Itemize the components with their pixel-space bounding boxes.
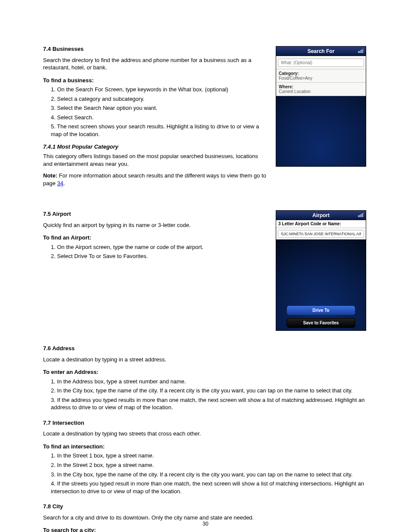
step-text: Select the Search Near option you want. xyxy=(57,105,157,111)
section-intro-airport: Quickly find an airport by typing in its… xyxy=(43,221,267,229)
section-intro-city: Search for a city and drive to its downt… xyxy=(43,514,371,522)
where-value: Current Location xyxy=(279,89,363,94)
steps-title-airport: To find an Airport: xyxy=(43,234,267,242)
what-input[interactable] xyxy=(278,59,364,67)
screenshot-airport: Airport 3 Letter Airport Code or Name: D… xyxy=(276,210,366,331)
airport-input-row xyxy=(276,228,366,240)
section-heading-address: 7.6 Address xyxy=(43,345,371,352)
steps-title-city: To search for a city: xyxy=(43,526,371,532)
step-item: 2. Select Drive To or Save to Favorites. xyxy=(51,252,267,260)
step-text: The next screen shows your search result… xyxy=(51,123,259,137)
step-item: 1. In the Street 1 box, type a street na… xyxy=(51,452,371,460)
section-intro-businesses: Search the directory to find the address… xyxy=(43,56,267,72)
subsection-heading-popular: 7.4.1 Most Popular Category xyxy=(43,143,267,151)
step-item: 1. On the Airport screen, type the name … xyxy=(51,243,267,251)
section-heading-businesses: 7.4 Businesses xyxy=(43,45,267,53)
section-heading-city: 7.8 City xyxy=(43,503,371,510)
note-link-text: page xyxy=(43,180,56,187)
phone-title: Search For xyxy=(308,48,335,54)
step-text: If the streets you typed result in more … xyxy=(51,480,364,495)
step-text: Select Search. xyxy=(57,114,93,121)
steps-title-intersection: To find an intersection: xyxy=(43,443,371,451)
step-item: 2. In the City box, type the name of the… xyxy=(51,387,371,395)
step-item: 3. If the address you typed results in m… xyxy=(51,396,371,411)
step-item: 1. In the Address box, type a street num… xyxy=(51,378,371,386)
step-text: In the Street 1 box, type a street name. xyxy=(57,452,154,459)
step-text: In the Street 2 box, type a street name. xyxy=(57,462,154,468)
step-text: If the address you typed results in more… xyxy=(51,397,364,411)
where-label: Where: xyxy=(279,84,363,89)
phone-header: Airport xyxy=(276,211,366,220)
steps-title-businesses: To find a business: xyxy=(43,77,267,84)
step-text: In the City box, type the name of the ci… xyxy=(57,471,352,478)
step-item: 2. Select a category and subcategory. xyxy=(51,95,267,103)
step-text: In the City box, type the name of the ci… xyxy=(57,387,352,394)
step-item: 3. In the City box, type the name of the… xyxy=(51,471,371,479)
drive-to-button[interactable]: Drive To xyxy=(286,305,355,315)
section-intro-address: Locate a destination by typing in a stre… xyxy=(43,356,371,364)
where-row[interactable]: Where: Current Location xyxy=(276,83,366,96)
step-item: 1. On the Search For Screen, type keywor… xyxy=(51,86,267,93)
page-number: 30 xyxy=(0,521,411,527)
step-text: In the Address box, type a street number… xyxy=(57,378,186,385)
phone-title: Airport xyxy=(312,212,330,218)
steps-title-address: To enter an Address: xyxy=(43,368,371,376)
note-page-link[interactable]: 34 xyxy=(57,180,63,187)
category-value: Food/Coffee>Any xyxy=(279,76,363,81)
signal-icon xyxy=(358,212,364,217)
section-heading-airport: 7.5 Airport xyxy=(43,210,267,218)
subsection-text-popular: This category offers listings based on t… xyxy=(43,152,267,168)
section-heading-intersection: 7.7 Intersection xyxy=(43,419,371,427)
save-favorites-button[interactable]: Save to Favorites xyxy=(286,318,355,328)
step-item: 4. If the streets you typed result in mo… xyxy=(51,480,371,495)
note-after: . xyxy=(63,180,65,187)
signal-icon xyxy=(358,48,364,53)
section-intro-intersection: Locate a destination by typing two stree… xyxy=(43,430,371,438)
what-input-row xyxy=(276,56,366,69)
category-label: Category: xyxy=(279,71,363,76)
step-item: 3. Select the Search Near option you wan… xyxy=(51,104,267,112)
step-item: 2. In the Street 2 box, type a street na… xyxy=(51,461,371,469)
step-text: Select a category and subcategory. xyxy=(57,96,144,102)
note-text: For more information about search result… xyxy=(59,172,266,179)
screenshot-search-for: Search For Category: Food/Coffee>Any Whe… xyxy=(276,46,366,167)
phone-header: Search For xyxy=(276,47,366,56)
note-block: Note: For more information about search … xyxy=(43,172,267,187)
airport-code-input[interactable] xyxy=(278,230,364,238)
step-item: 4. Select Search. xyxy=(51,114,267,121)
note-label: Note: xyxy=(43,172,57,179)
step-text: On the Search For Screen, type keywords … xyxy=(57,86,228,93)
step-text: Select Drive To or Save to Favorites. xyxy=(57,253,148,259)
step-text: On the Airport screen, type the name or … xyxy=(57,244,203,250)
airport-prompt: 3 Letter Airport Code or Name: xyxy=(276,220,366,228)
step-item: 5. The next screen shows your search res… xyxy=(51,123,267,138)
category-row[interactable]: Category: Food/Coffee>Any xyxy=(276,69,366,83)
